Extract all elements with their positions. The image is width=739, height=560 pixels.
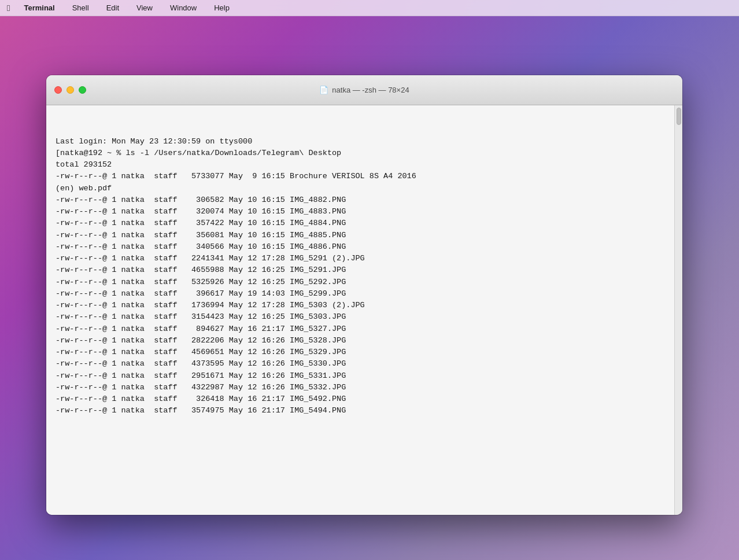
title-bar: 📄 natka — -zsh — 78×24 bbox=[46, 75, 682, 105]
terminal-line: -rw-r--r--@ 1 natka staff 4373595 May 12… bbox=[56, 358, 665, 370]
terminal-line: -rw-r--r--@ 1 natka staff 320074 May 10 … bbox=[56, 206, 665, 218]
terminal-line: -rw-r--r--@ 1 natka staff 357422 May 10 … bbox=[56, 218, 665, 229]
window-icon: 📄 bbox=[319, 86, 328, 94]
close-button[interactable] bbox=[54, 86, 62, 94]
terminal-line: -rw-r--r--@ 1 natka staff 4655988 May 12… bbox=[56, 264, 665, 276]
scrollbar[interactable] bbox=[674, 105, 682, 515]
traffic-lights bbox=[54, 86, 86, 94]
terminal-line: -rw-r--r--@ 1 natka staff 4322987 May 12… bbox=[56, 382, 665, 393]
terminal-line: -rw-r--r--@ 1 natka staff 1736994 May 12… bbox=[56, 300, 665, 311]
terminal-line: -rw-r--r--@ 1 natka staff 340566 May 10 … bbox=[56, 241, 665, 253]
maximize-button[interactable] bbox=[79, 86, 86, 94]
terminal-body-wrapper: Last login: Mon May 23 12:30:59 on ttys0… bbox=[46, 105, 682, 515]
scrollbar-thumb[interactable] bbox=[677, 108, 681, 125]
terminal-line: -rw-r--r--@ 1 natka staff 2951671 May 12… bbox=[56, 370, 665, 382]
menu-window[interactable]: Window bbox=[167, 2, 200, 13]
terminal-line: -rw-r--r--@ 1 natka staff 2822206 May 12… bbox=[56, 335, 665, 347]
window-title: 📄 natka — -zsh — 78×24 bbox=[319, 86, 409, 94]
terminal-window: 📄 natka — -zsh — 78×24 Last login: Mon M… bbox=[46, 75, 682, 515]
terminal-line: -rw-r--r--@ 1 natka staff 2241341 May 12… bbox=[56, 253, 665, 264]
menu-terminal[interactable]: Terminal bbox=[20, 2, 58, 13]
terminal-line: -rw-r--r--@ 1 natka staff 356081 May 10 … bbox=[56, 230, 665, 241]
terminal-line: (en) web.pdf bbox=[56, 183, 665, 194]
terminal-body[interactable]: Last login: Mon May 23 12:30:59 on ttys0… bbox=[46, 105, 674, 515]
terminal-line: -rw-r--r--@ 1 natka staff 5733077 May 9 … bbox=[56, 171, 665, 182]
menu-help[interactable]: Help bbox=[210, 2, 233, 13]
minimize-button[interactable] bbox=[66, 86, 74, 94]
terminal-line: [natka@192 ~ % ls -l /Users/natka/Downlo… bbox=[56, 148, 665, 159]
menu-shell[interactable]: Shell bbox=[69, 2, 93, 13]
terminal-line: -rw-r--r--@ 1 natka staff 326418 May 16 … bbox=[56, 393, 665, 405]
terminal-line: -rw-r--r--@ 1 natka staff 5325926 May 12… bbox=[56, 277, 665, 288]
terminal-line: -rw-r--r--@ 1 natka staff 306582 May 10 … bbox=[56, 194, 665, 206]
menubar:  Terminal Shell Edit View Window Help bbox=[0, 0, 739, 16]
terminal-line: -rw-r--r--@ 1 natka staff 3574975 May 16… bbox=[56, 405, 665, 417]
terminal-line: -rw-r--r--@ 1 natka staff 4569651 May 12… bbox=[56, 347, 665, 358]
menu-edit[interactable]: Edit bbox=[103, 2, 123, 13]
terminal-line: total 293152 bbox=[56, 159, 665, 171]
terminal-line: Last login: Mon May 23 12:30:59 on ttys0… bbox=[56, 136, 665, 148]
terminal-line: -rw-r--r--@ 1 natka staff 3154423 May 12… bbox=[56, 311, 665, 323]
menu-view[interactable]: View bbox=[133, 2, 156, 13]
terminal-line: -rw-r--r--@ 1 natka staff 396617 May 19 … bbox=[56, 288, 665, 300]
terminal-line: -rw-r--r--@ 1 natka staff 894627 May 16 … bbox=[56, 323, 665, 335]
window-title-text: natka — -zsh — 78×24 bbox=[332, 86, 409, 94]
apple-menu[interactable]:  bbox=[7, 3, 10, 13]
